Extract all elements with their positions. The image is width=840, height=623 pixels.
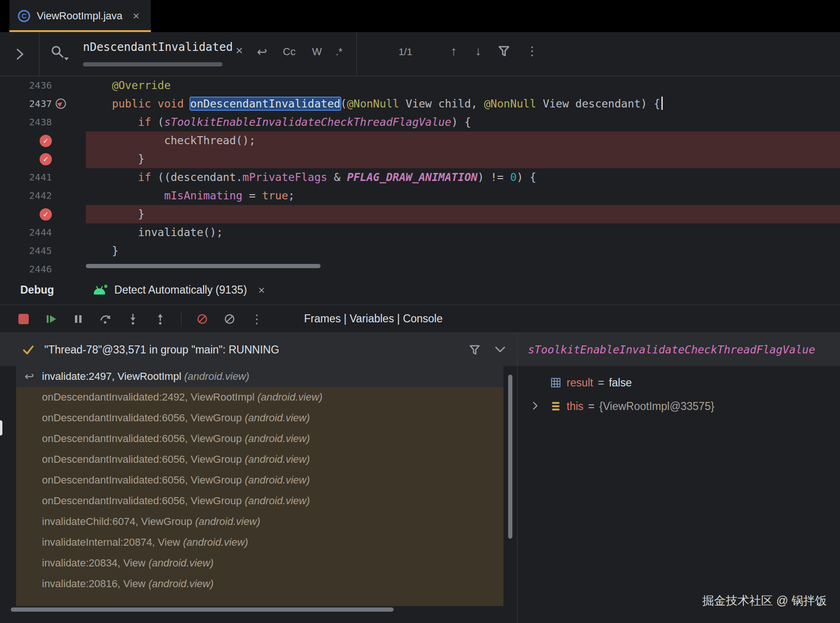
clear-search-icon[interactable]: × bbox=[236, 44, 243, 57]
frame-row[interactable]: invalidateInternal:20874, View (android.… bbox=[16, 532, 503, 553]
filter-search-icon[interactable] bbox=[497, 44, 511, 58]
code-line[interactable]: 2442 mIsAnimating = true; bbox=[0, 187, 840, 205]
step-out-button[interactable] bbox=[154, 312, 167, 326]
frame-row-partial[interactable] bbox=[16, 594, 503, 606]
search-input[interactable]: nDescendantInvalidated bbox=[83, 41, 233, 62]
frame-label: onDescendantInvalidated:2492, ViewRootIm… bbox=[42, 391, 257, 403]
frames-horizontal-scrollbar[interactable] bbox=[11, 607, 394, 612]
previous-match-button[interactable]: ↑ bbox=[451, 42, 457, 59]
search-field-scrollbar[interactable] bbox=[83, 62, 222, 66]
code-line-text[interactable]: if (sToolkitEnableInvalidateCheckThreadF… bbox=[86, 113, 840, 131]
variables-list: result = false this = {ViewRootImpl@3357… bbox=[518, 366, 840, 418]
search-icon[interactable] bbox=[50, 44, 69, 63]
mute-breakpoints-button[interactable] bbox=[223, 312, 236, 326]
code-token: if bbox=[138, 171, 151, 183]
variable-name: this bbox=[567, 400, 584, 413]
frame-row[interactable]: onDescendantInvalidated:2492, ViewRootIm… bbox=[16, 387, 503, 408]
code-line[interactable]: ✓ checkThread(); bbox=[0, 131, 840, 150]
newline-toggle[interactable]: ↩ bbox=[257, 44, 267, 59]
stop-button[interactable] bbox=[17, 312, 30, 326]
close-icon[interactable]: × bbox=[133, 10, 140, 22]
line-number-gutter[interactable]: 2446 bbox=[0, 260, 86, 276]
more-options-icon[interactable]: ⋮ bbox=[250, 312, 264, 326]
more-options-icon[interactable]: ⋮ bbox=[526, 42, 538, 59]
debugger-views-links[interactable]: Frames | Variables | Console bbox=[304, 312, 443, 325]
close-icon[interactable]: × bbox=[258, 285, 265, 296]
breakpoint-icon[interactable]: ✓ bbox=[40, 153, 52, 165]
variable-row[interactable]: result = false bbox=[518, 371, 840, 394]
filter-threads-icon[interactable] bbox=[468, 344, 481, 357]
line-number-gutter[interactable]: 2436 bbox=[0, 76, 86, 95]
frame-row[interactable]: onDescendantInvalidated:6056, ViewGroup … bbox=[16, 449, 503, 470]
code-line[interactable]: 2441 if ((descendant.mPrivateFlags & PFL… bbox=[0, 168, 840, 187]
code-line-text[interactable]: invalidate(); bbox=[86, 223, 840, 242]
line-number-gutter[interactable]: 2444 bbox=[0, 223, 86, 242]
code-line[interactable]: ✓ } bbox=[0, 205, 840, 223]
frames-vertical-scrollbar[interactable] bbox=[508, 375, 512, 539]
code-line-text[interactable]: if ((descendant.mPrivateFlags & PFLAG_DR… bbox=[86, 168, 840, 187]
frame-row[interactable]: onDescendantInvalidated:6056, ViewGroup … bbox=[16, 408, 503, 428]
code-line-text[interactable]: } bbox=[86, 150, 840, 168]
chevron-down-icon[interactable] bbox=[494, 345, 506, 354]
code-token: if bbox=[138, 116, 151, 128]
code-line[interactable]: 2444 invalidate(); bbox=[0, 223, 840, 242]
frame-label: invalidateChild:6074, ViewGroup bbox=[42, 516, 195, 527]
step-into-button[interactable] bbox=[126, 312, 140, 326]
code-line-text[interactable]: public void onDescendantInvalidated(@Non… bbox=[86, 95, 840, 113]
thread-selector[interactable]: "Thread-78"@33,571 in group "main": RUNN… bbox=[0, 333, 517, 366]
breakpoint-gutter[interactable]: ✓ bbox=[0, 205, 86, 223]
resume-button[interactable] bbox=[44, 312, 58, 326]
regex-toggle[interactable]: .* bbox=[336, 44, 343, 59]
code-line-text[interactable]: } bbox=[86, 242, 840, 260]
breakpoint-icon[interactable]: ✓ bbox=[40, 208, 52, 221]
step-over-button[interactable] bbox=[99, 312, 112, 326]
frame-label: invalidate:2497, ViewRootImpl bbox=[42, 370, 184, 382]
frame-row[interactable]: ↩invalidate:2497, ViewRootImpl (android.… bbox=[16, 366, 503, 387]
code-line[interactable]: 2436 @Override bbox=[0, 76, 840, 95]
line-number-gutter[interactable]: 2438 bbox=[0, 113, 86, 131]
code-token: @NonNull bbox=[484, 98, 536, 110]
frame-package: (android.view) bbox=[195, 516, 260, 527]
frame-row[interactable]: invalidate:20834, View (android.view) bbox=[16, 553, 503, 574]
frame-row[interactable]: invalidate:20816, View (android.view) bbox=[16, 574, 503, 594]
editor-horizontal-scrollbar[interactable] bbox=[86, 264, 321, 268]
debug-session-tab[interactable]: Detect Automatically (9135) × bbox=[93, 283, 265, 297]
watch-expression-header[interactable]: sToolkitEnableInvalidateCheckThreadFlagV… bbox=[518, 333, 840, 366]
tool-window-stripe-handle[interactable] bbox=[0, 420, 2, 435]
frame-row[interactable]: onDescendantInvalidated:6056, ViewGroup … bbox=[16, 491, 503, 511]
code-line-text[interactable]: @Override bbox=[86, 76, 840, 95]
line-number-gutter[interactable]: 2441 bbox=[0, 168, 86, 187]
pause-button[interactable] bbox=[72, 312, 85, 326]
code-line-text[interactable]: } bbox=[86, 205, 840, 223]
code-line[interactable]: 2445 } bbox=[0, 242, 840, 260]
breakpoint-gutter[interactable]: ✓ bbox=[0, 150, 86, 168]
breakpoint-icon[interactable]: ✓ bbox=[40, 135, 52, 147]
variable-row[interactable]: this = {ViewRootImpl@33575} bbox=[518, 394, 840, 418]
code-editor[interactable]: 2436 @Override2437 public void onDescend… bbox=[0, 76, 840, 276]
code-line[interactable]: ✓ } bbox=[0, 150, 840, 168]
next-match-button[interactable]: ↓ bbox=[475, 42, 481, 59]
code-line[interactable]: 2437 public void onDescendantInvalidated… bbox=[0, 95, 840, 113]
line-number-gutter[interactable]: 2437 bbox=[0, 95, 86, 113]
code-line-text[interactable]: mIsAnimating = true; bbox=[86, 187, 840, 205]
expand-search-button[interactable] bbox=[0, 32, 40, 76]
frame-label: onDescendantInvalidated:6056, ViewGroup bbox=[42, 453, 245, 465]
match-case-toggle[interactable]: Cc bbox=[283, 44, 296, 59]
breakpoint-gutter[interactable]: ✓ bbox=[0, 131, 86, 150]
line-number-gutter[interactable]: 2445 bbox=[0, 242, 86, 260]
line-number-gutter[interactable]: 2442 bbox=[0, 187, 86, 205]
frame-row[interactable]: onDescendantInvalidated:6056, ViewGroup … bbox=[16, 470, 503, 491]
words-toggle[interactable]: W bbox=[312, 44, 322, 59]
view-breakpoints-button[interactable] bbox=[196, 312, 209, 326]
frame-row[interactable]: onDescendantInvalidated:6056, ViewGroup … bbox=[16, 428, 503, 449]
frame-row[interactable]: invalidateChild:6074, ViewGroup (android… bbox=[16, 511, 503, 532]
expand-chevron-icon[interactable] bbox=[530, 401, 540, 411]
frame-label: onDescendantInvalidated:6056, ViewGroup bbox=[42, 433, 245, 444]
code-line[interactable]: 2438 if (sToolkitEnableInvalidateCheckTh… bbox=[0, 113, 840, 131]
code-token: true bbox=[262, 189, 288, 202]
resume-icon bbox=[44, 312, 58, 326]
code-line-text[interactable]: checkThread(); bbox=[86, 131, 840, 150]
code-token: mIsAnimating bbox=[164, 189, 242, 202]
editor-tab[interactable]: C ViewRootImpl.java × bbox=[9, 0, 151, 32]
frame-package: (android.view) bbox=[245, 433, 310, 444]
